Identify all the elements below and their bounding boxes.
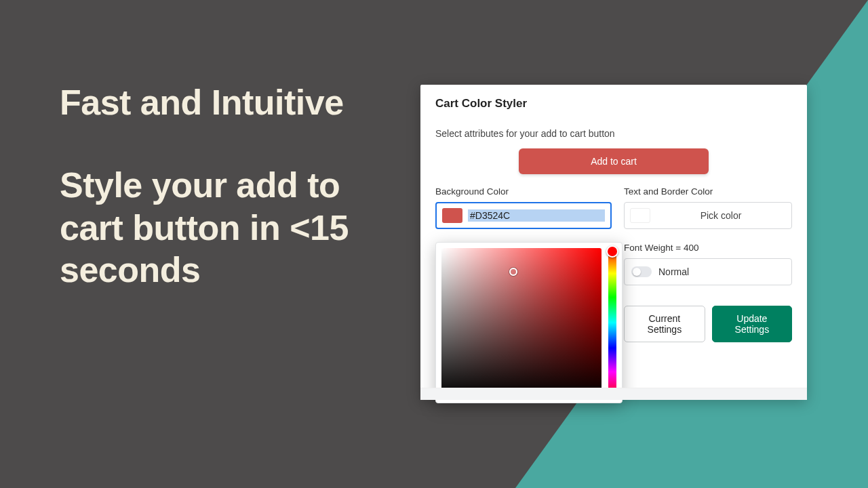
hue-slider-thumb[interactable]: [606, 245, 618, 258]
color-picker-popover: [435, 242, 623, 403]
hero-heading-2: Style your add to cart button in <15 sec…: [60, 164, 412, 291]
font-weight-toggle[interactable]: [631, 266, 652, 277]
background-color-label: Background Color: [435, 186, 612, 197]
font-weight-value: Normal: [658, 266, 689, 277]
update-settings-button[interactable]: Update Settings: [712, 306, 792, 342]
sv-cursor[interactable]: [509, 268, 517, 276]
font-weight-label: Font Weight = 400: [624, 243, 792, 253]
cart-color-styler-panel: Cart Color Styler Select attributes for …: [420, 85, 807, 400]
preview-area: Add to cart: [435, 148, 792, 174]
background-color-field[interactable]: [435, 202, 612, 229]
action-buttons-row: Current Settings Update Settings: [624, 306, 792, 342]
hero-heading-1: Fast and Intuitive: [60, 81, 412, 123]
marketing-slide: Fast and Intuitive Style your add to car…: [0, 0, 868, 488]
text-border-color-field[interactable]: Pick color: [624, 202, 792, 229]
saturation-value-area[interactable]: [441, 248, 601, 397]
text-border-color-label: Text and Border Color: [624, 186, 792, 197]
color-picker-body[interactable]: [435, 242, 623, 403]
right-column: Text and Border Color Pick color Font We…: [624, 186, 792, 342]
background-color-swatch[interactable]: [442, 208, 462, 223]
panel-subtitle: Select attributes for your add to cart b…: [435, 128, 792, 139]
background-color-input[interactable]: [468, 209, 605, 222]
hero-copy: Fast and Intuitive Style your add to car…: [60, 81, 412, 291]
font-weight-field[interactable]: Normal: [624, 258, 792, 285]
hue-slider[interactable]: [608, 248, 616, 397]
panel-footer-strip: [420, 388, 807, 400]
add-to-cart-preview-button[interactable]: Add to cart: [519, 148, 709, 174]
panel-title: Cart Color Styler: [435, 97, 792, 110]
current-settings-button[interactable]: Current Settings: [624, 306, 705, 342]
text-border-color-swatch[interactable]: [630, 208, 650, 223]
pick-color-label: Pick color: [656, 210, 786, 221]
